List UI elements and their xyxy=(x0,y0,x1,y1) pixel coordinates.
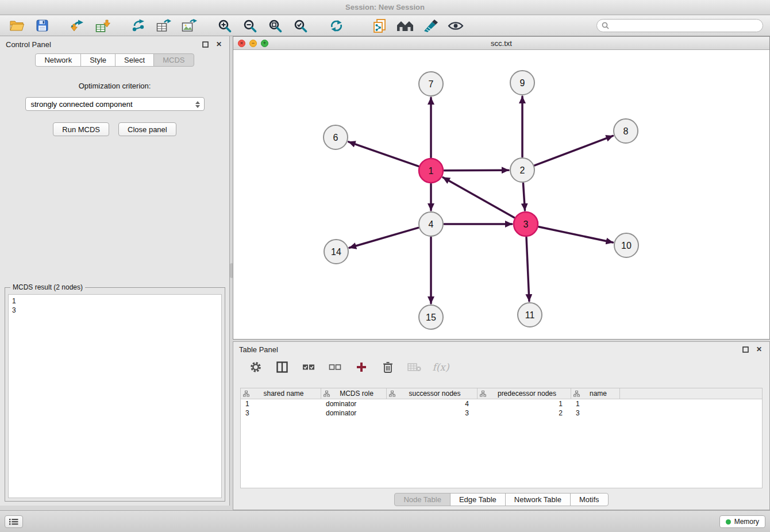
maximize-window-icon[interactable]: + xyxy=(261,40,268,47)
zoom-fit-button[interactable] xyxy=(264,17,286,34)
column-sort-icon[interactable] xyxy=(389,391,395,397)
apply-style-button[interactable] xyxy=(419,17,441,34)
select-all-rows-button[interactable] xyxy=(300,359,317,375)
function-builder-button[interactable]: f(x) xyxy=(432,359,449,375)
tab-motifs[interactable]: Motifs xyxy=(570,493,609,506)
column-sort-icon[interactable] xyxy=(324,391,330,397)
tab-select[interactable]: Select xyxy=(115,53,154,67)
graph-node-4[interactable]: 4 xyxy=(419,212,443,236)
graph-edge-4-14[interactable] xyxy=(349,228,418,248)
optimization-criterion-dropdown[interactable]: strongly connected component xyxy=(25,97,205,111)
refresh-icon xyxy=(329,19,344,33)
table-cell: 4 xyxy=(387,399,478,408)
graph-node-2[interactable]: 2 xyxy=(510,158,534,182)
table-cell: dominator xyxy=(321,399,387,408)
tab-network-table[interactable]: Network Table xyxy=(505,493,571,506)
graph-node-15[interactable]: 15 xyxy=(419,305,443,329)
graph-node-6[interactable]: 6 xyxy=(324,125,348,149)
zoom-out-button[interactable] xyxy=(239,17,261,34)
tab-mcds[interactable]: MCDS xyxy=(153,53,194,67)
minimize-window-icon[interactable]: − xyxy=(249,40,257,47)
network-canvas[interactable]: 7968124314101511 xyxy=(233,50,769,339)
tab-edge-table[interactable]: Edge Table xyxy=(450,493,506,506)
table-cell: 2 xyxy=(478,408,571,418)
main-toolbar xyxy=(0,16,770,36)
memory-button[interactable]: Memory xyxy=(719,515,765,528)
search-input[interactable] xyxy=(612,22,758,30)
graph-edge-2-8[interactable] xyxy=(535,136,613,165)
refresh-button[interactable] xyxy=(325,17,347,34)
optimization-criterion-label: Optimization criterion: xyxy=(0,82,229,90)
graph-node-8[interactable]: 8 xyxy=(614,119,638,143)
tab-network[interactable]: Network xyxy=(35,53,81,67)
eye-icon xyxy=(448,21,464,31)
deselect-all-rows-button[interactable] xyxy=(326,359,344,375)
graph-node-10[interactable]: 10 xyxy=(614,233,638,257)
graph-edge-3-10[interactable] xyxy=(539,227,613,242)
run-mcds-button[interactable]: Run MCDS xyxy=(53,122,109,136)
home-button[interactable] xyxy=(394,17,416,34)
checked-boxes-icon xyxy=(302,363,315,371)
export-image-button[interactable] xyxy=(178,17,200,34)
column-layout-button[interactable] xyxy=(274,359,291,375)
add-column-button[interactable] xyxy=(353,359,370,375)
column-header-mcds-role[interactable]: MCDS role xyxy=(321,388,387,399)
save-session-button[interactable] xyxy=(31,17,53,34)
zoom-selected-icon xyxy=(294,19,307,33)
close-panel-icon[interactable]: ✕ xyxy=(214,40,224,49)
delete-table-button[interactable] xyxy=(406,359,423,375)
table-row[interactable]: 3dominator323 xyxy=(241,408,762,418)
graph-node-14[interactable]: 14 xyxy=(324,240,348,264)
tab-style[interactable]: Style xyxy=(80,53,116,67)
column-sort-icon[interactable] xyxy=(573,391,580,397)
column-header-name[interactable]: name xyxy=(571,388,620,399)
graph-node-3[interactable]: 3 xyxy=(514,212,538,236)
import-table-button[interactable] xyxy=(92,17,114,34)
network-view-window: × − + scc.txt 7968124314101511 xyxy=(233,36,770,340)
trash-icon xyxy=(383,361,393,373)
graph-edge-3-1[interactable] xyxy=(443,178,514,218)
close-table-panel-icon[interactable]: ✕ xyxy=(754,345,764,354)
export-table-button[interactable] xyxy=(153,17,175,34)
mcds-result-fieldset: MCDS result (2 nodes) 1 3 xyxy=(5,283,225,502)
zoom-in-button[interactable] xyxy=(214,17,236,34)
delete-column-button[interactable] xyxy=(379,359,396,375)
zoom-selected-button[interactable] xyxy=(290,17,311,34)
open-session-button[interactable] xyxy=(6,17,28,34)
graph-node-9[interactable]: 9 xyxy=(510,71,534,95)
column-header-shared-name[interactable]: shared name xyxy=(241,388,321,399)
float-table-panel-icon[interactable] xyxy=(741,345,750,354)
task-history-button[interactable] xyxy=(5,515,23,528)
graph-node-7[interactable]: 7 xyxy=(419,72,443,96)
memory-label: Memory xyxy=(734,518,759,526)
graph-edge-3-11[interactable] xyxy=(526,237,529,301)
graph-edge-1-2[interactable] xyxy=(444,170,509,171)
table-row[interactable]: 1dominator411 xyxy=(241,399,762,408)
tab-node-table[interactable]: Node Table xyxy=(394,493,451,506)
column-sort-icon[interactable] xyxy=(480,391,486,397)
float-window-icon[interactable] xyxy=(201,40,210,49)
network-from-document-button[interactable] xyxy=(369,17,391,34)
column-header-successor-nodes[interactable]: successor nodes xyxy=(387,388,478,399)
settings-gear-button[interactable] xyxy=(247,359,264,375)
close-panel-button[interactable]: Close panel xyxy=(118,122,176,136)
column-header-predecessor-nodes[interactable]: predecessor nodes xyxy=(478,388,571,399)
graph-edge-1-6[interactable] xyxy=(349,142,419,166)
table-panel-header: Table Panel ✕ xyxy=(233,342,769,357)
graph-node-label: 14 xyxy=(331,247,341,257)
dropdown-stepper-icon xyxy=(194,99,202,109)
column-sort-icon[interactable] xyxy=(243,391,249,397)
close-window-icon[interactable]: × xyxy=(238,40,245,47)
export-network-button[interactable] xyxy=(128,17,149,34)
import-network-button[interactable] xyxy=(67,17,88,34)
mcds-result-title: MCDS result (2 nodes) xyxy=(10,283,85,291)
graph-node-1[interactable]: 1 xyxy=(419,159,443,183)
graph-node-11[interactable]: 11 xyxy=(518,303,542,327)
export-network-icon xyxy=(131,19,146,33)
search-icon xyxy=(602,22,609,29)
window-title: Session: New Session xyxy=(345,3,425,11)
search-box[interactable] xyxy=(596,19,763,32)
graph-edge-2-3[interactable] xyxy=(523,183,525,210)
show-hide-panels-button[interactable] xyxy=(445,17,467,34)
task-list-icon xyxy=(9,518,18,525)
